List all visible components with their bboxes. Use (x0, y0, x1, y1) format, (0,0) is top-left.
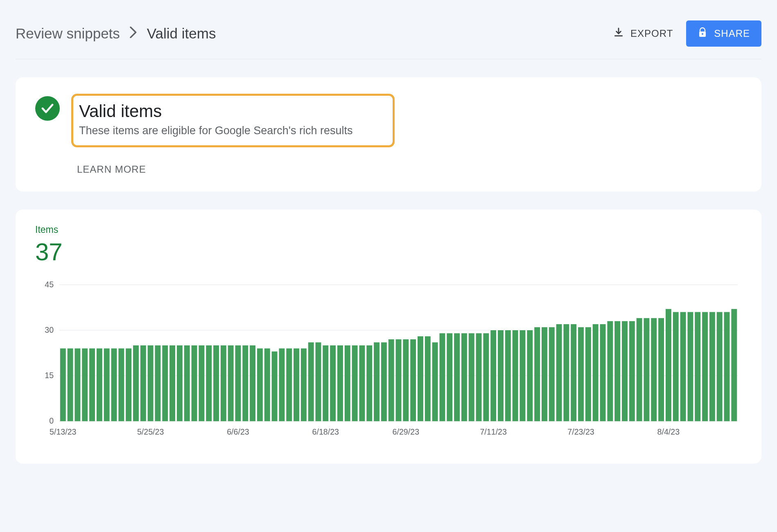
chart-bar[interactable] (177, 345, 183, 421)
chart-bar[interactable] (221, 345, 226, 421)
chart-bar[interactable] (359, 345, 365, 421)
chart-bar[interactable] (702, 312, 708, 421)
chart-bar[interactable] (425, 336, 431, 421)
chart-bar[interactable] (731, 309, 737, 421)
chart-bar[interactable] (469, 333, 474, 421)
chart-bar[interactable] (505, 330, 511, 421)
chart-bar[interactable] (366, 345, 372, 421)
chart-bar[interactable] (140, 345, 146, 421)
chart-bar[interactable] (213, 345, 219, 421)
chart-bar[interactable] (199, 345, 204, 421)
chart-bar[interactable] (410, 339, 416, 421)
svg-text:8/4/23: 8/4/23 (657, 427, 680, 436)
chart-bar[interactable] (578, 327, 584, 422)
chart-bar[interactable] (60, 348, 66, 421)
chart-bar[interactable] (666, 309, 671, 421)
chart-bar[interactable] (418, 336, 423, 421)
chart-bar[interactable] (242, 345, 248, 421)
chart-bar[interactable] (476, 333, 482, 421)
chart-bar[interactable] (104, 348, 110, 421)
chart-bar[interactable] (184, 345, 190, 421)
chart-bar[interactable] (294, 348, 299, 421)
chart-bar[interactable] (82, 348, 88, 421)
chart-bar[interactable] (549, 327, 555, 422)
chart-bar[interactable] (600, 324, 606, 421)
highlight-annotation: Valid items These items are eligible for… (71, 94, 395, 147)
chart-bar[interactable] (396, 339, 402, 421)
chart-bar[interactable] (169, 345, 175, 421)
chart-bar[interactable] (308, 343, 314, 422)
chart-bar[interactable] (432, 343, 438, 422)
chart-bar[interactable] (89, 348, 95, 421)
chart-bar[interactable] (388, 339, 394, 421)
chart-bar[interactable] (118, 348, 124, 421)
chart-bar[interactable] (651, 318, 657, 421)
chart-bar[interactable] (673, 312, 679, 421)
chart-bar[interactable] (381, 343, 387, 422)
chart-bar[interactable] (148, 345, 154, 421)
download-icon (613, 27, 624, 40)
chart-bar[interactable] (374, 343, 379, 422)
chart-bar[interactable] (192, 345, 197, 421)
chart-bar[interactable] (111, 348, 117, 421)
chart-bar[interactable] (68, 348, 73, 421)
chart-bar[interactable] (316, 343, 321, 422)
chart-bar[interactable] (585, 327, 591, 422)
chart-bar[interactable] (680, 312, 686, 421)
chart-bar[interactable] (527, 330, 533, 421)
chart-bar[interactable] (556, 324, 562, 421)
chart-bar[interactable] (126, 348, 131, 421)
chart-bar[interactable] (264, 348, 270, 421)
chart-bar[interactable] (330, 345, 336, 421)
chart-bar[interactable] (301, 348, 307, 421)
chart-bar[interactable] (97, 348, 102, 421)
chart-bar[interactable] (75, 348, 80, 421)
chart-bar[interactable] (162, 345, 168, 421)
chart-bar[interactable] (454, 333, 460, 421)
chart-bar[interactable] (629, 321, 635, 422)
chart-bar[interactable] (490, 330, 496, 421)
chart-bar[interactable] (257, 348, 263, 421)
chart-bar[interactable] (250, 345, 255, 421)
chart-bar[interactable] (717, 312, 723, 421)
chart-bar[interactable] (724, 312, 730, 421)
chart-bar[interactable] (695, 312, 700, 421)
chart-bar[interactable] (644, 318, 649, 421)
chart-bar[interactable] (520, 330, 526, 421)
breadcrumb-root[interactable]: Review snippets (16, 25, 120, 42)
chart-bar[interactable] (461, 333, 467, 421)
chart-bar[interactable] (323, 345, 328, 421)
chart-bar[interactable] (607, 321, 613, 422)
chart-bar[interactable] (571, 324, 576, 421)
chart-bar[interactable] (272, 352, 278, 421)
chart-bar[interactable] (593, 324, 599, 421)
chart-bar[interactable] (345, 345, 350, 421)
chart-bar[interactable] (658, 318, 664, 421)
chart-bar[interactable] (439, 333, 445, 421)
chart-bar[interactable] (337, 345, 343, 421)
learn-more-link[interactable]: LEARN MORE (77, 164, 395, 175)
chart-bar[interactable] (542, 327, 547, 422)
chart-bar[interactable] (563, 324, 569, 421)
chart-bar[interactable] (352, 345, 358, 421)
export-button[interactable]: EXPORT (613, 27, 673, 40)
chart-bar[interactable] (133, 345, 139, 421)
chart-bar[interactable] (447, 333, 452, 421)
chart-bar[interactable] (235, 345, 241, 421)
chart-bar[interactable] (637, 318, 642, 421)
chart-bar[interactable] (614, 321, 620, 422)
chart-bar[interactable] (483, 333, 489, 421)
chart-bar[interactable] (403, 339, 409, 421)
chart-bar[interactable] (286, 348, 292, 421)
chart-bar[interactable] (709, 312, 715, 421)
chart-bar[interactable] (534, 327, 540, 422)
chart-bar[interactable] (279, 348, 285, 421)
share-button[interactable]: SHARE (686, 20, 761, 47)
chart-bar[interactable] (206, 345, 212, 421)
chart-bar[interactable] (687, 312, 693, 421)
chart-bar[interactable] (155, 345, 160, 421)
chart-bar[interactable] (513, 330, 518, 421)
chart-bar[interactable] (228, 345, 234, 421)
chart-bar[interactable] (498, 330, 504, 421)
chart-bar[interactable] (622, 321, 628, 422)
